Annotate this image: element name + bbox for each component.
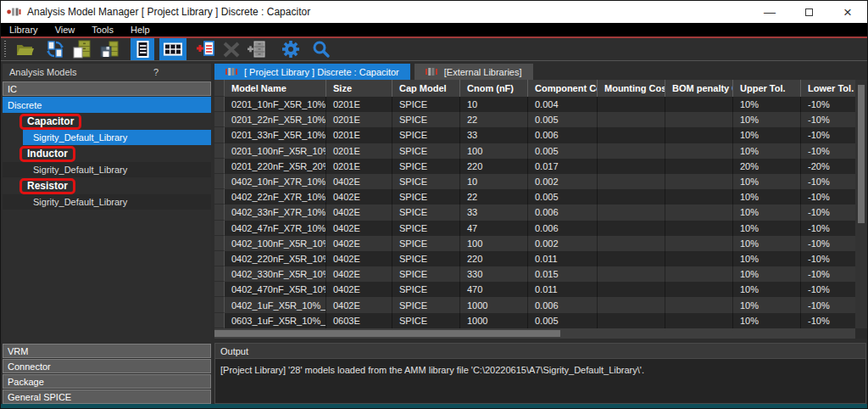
table-body: 0201_10nF_X5R_10%_10V0201ESPICE100.00410… <box>214 97 855 328</box>
settings-button[interactable] <box>278 38 303 60</box>
sidebar-item-general-spice[interactable]: General SPICE <box>3 389 211 404</box>
table-row[interactable]: 0402_470nF_X5R_10%_6.3V0402ESPICE4700.01… <box>214 282 855 297</box>
tree-item-resistor[interactable]: Resistor <box>3 177 211 194</box>
sidebar-item-package[interactable]: Package <box>3 374 211 389</box>
close-button[interactable]: × <box>828 1 867 23</box>
column-header-bom-penalty[interactable]: BOM penalty Co: <box>665 80 733 97</box>
menu-library[interactable]: Library <box>9 25 38 35</box>
help-icon[interactable]: ? <box>153 67 159 77</box>
vertical-scrollbar-thumb[interactable] <box>858 85 865 223</box>
table-row[interactable]: 0402_330nF_X5R_10%_10V0402ESPICE3300.015… <box>214 266 855 282</box>
tab-external-libraries[interactable]: [External Libraries] <box>415 64 533 80</box>
table-cell <box>598 221 665 236</box>
maximize-button[interactable] <box>789 1 828 23</box>
table-cell: 0603E <box>326 313 392 328</box>
table-cell: -10% <box>801 266 855 282</box>
delete-x-icon <box>221 39 242 59</box>
table-cell: 22 <box>460 189 528 204</box>
reload-models-button[interactable] <box>42 38 68 60</box>
table-row[interactable]: 0201_22nF_X5R_10%_6.3V0201ESPICE220.0051… <box>214 112 855 127</box>
column-header-cap-model[interactable]: Cap Model <box>392 80 460 97</box>
table-cell: -20% <box>801 159 855 174</box>
table-cell: 0201E <box>326 159 392 174</box>
sidebar-item-vrm[interactable]: VRM <box>3 344 211 358</box>
list-view-button[interactable] <box>131 38 154 60</box>
sidebar-item-discrete[interactable]: Discrete <box>3 97 211 113</box>
column-header-upper-tol[interactable]: Upper Tol. <box>733 80 801 97</box>
table-cell: 10% <box>733 112 801 127</box>
table-row[interactable]: 0402_22nF_X7R_10%_50V0402ESPICE220.00510… <box>214 189 855 204</box>
table-row[interactable]: 0603_1uF_X5R_10%_10V0603ESPICE10000.0051… <box>214 313 855 328</box>
table-row[interactable]: 0402_220nF_X5R_10%_6.3V0402ESPICE2200.01… <box>214 251 855 266</box>
open-library-button[interactable] <box>12 38 37 60</box>
table-cell: 0.005 <box>528 313 598 328</box>
content-area: Analysis Models ? IC Discrete Capacitor … <box>1 61 867 404</box>
table-cell: 0402E <box>326 174 392 189</box>
table-row[interactable]: 0402_10nF_X7R_10%_25V0402ESPICE100.00210… <box>214 174 855 189</box>
row-header <box>214 297 225 312</box>
sidebar-item-label: Connector <box>8 361 51 372</box>
column-header-model-name[interactable]: Model Name <box>225 80 326 97</box>
column-header-lower-tol[interactable]: Lower Tol. <box>801 80 855 97</box>
table-row[interactable]: 0402_100nF_X5R_10%_10V0402ESPICE1000.002… <box>214 236 855 251</box>
table-cell <box>598 127 665 143</box>
column-header-component-cost[interactable]: Component Cost <box>528 80 598 97</box>
vertical-scrollbar[interactable] <box>855 80 867 328</box>
sidebar-item-connector[interactable]: Connector <box>3 359 211 373</box>
table-row[interactable]: 0402_33nF_X7R_10%_10V0402ESPICE330.00610… <box>214 204 855 220</box>
table-cell: 0.006 <box>528 297 598 312</box>
table-cell: -10% <box>801 97 855 112</box>
table-row[interactable]: 0201_100nF_X5R_10%_6.3V0201ESPICE1000.00… <box>214 143 855 159</box>
column-header-cnom[interactable]: Cnom (nF) <box>460 80 528 97</box>
table-row[interactable]: 0402_47nF_X7R_10%_25V0402ESPICE470.00610… <box>214 221 855 236</box>
row-header <box>214 112 225 127</box>
tab-project-library[interactable]: [ Project Library ] Discrete : Capacitor <box>214 64 410 80</box>
table-cell: 0.005 <box>528 112 598 127</box>
delete-model-button[interactable] <box>219 38 244 60</box>
menu-view[interactable]: View <box>55 25 75 35</box>
table-row[interactable]: 0201_33nF_X5R_10%_6.3V0201ESPICE330.0061… <box>214 127 855 143</box>
row-header <box>214 236 225 251</box>
table-cell: -10% <box>801 251 855 266</box>
table-cell <box>665 174 733 189</box>
minimize-button[interactable]: — <box>750 1 789 23</box>
sidebar-item-ic[interactable]: IC <box>3 81 211 96</box>
tree-item-inductor[interactable]: Inductor <box>3 145 211 162</box>
search-button[interactable] <box>309 38 334 60</box>
column-header-size[interactable]: Size <box>326 80 392 97</box>
menu-tools[interactable]: Tools <box>92 25 114 35</box>
sidebar: Analysis Models ? IC Discrete Capacitor … <box>3 64 211 404</box>
table-cell: 10% <box>733 189 801 204</box>
table-cell: SPICE <box>392 282 460 297</box>
model-table: Model Name Size Cap Model Cnom (nF) Comp… <box>214 80 866 339</box>
horizontal-scrollbar[interactable] <box>214 328 855 339</box>
table-row[interactable]: 0402_1uF_X5R_10%_6.3V0402ESPICE10000.006… <box>214 297 855 312</box>
column-header-mounting-cost[interactable]: Mounting Cost <box>598 80 665 97</box>
table-cell: 10% <box>733 282 801 297</box>
main-panel: [ Project Library ] Discrete : Capacitor… <box>214 64 866 404</box>
table-cell <box>598 266 665 282</box>
grid-view-button[interactable] <box>159 38 186 60</box>
table-cell: SPICE <box>392 297 460 312</box>
add-model-button[interactable] <box>193 38 219 60</box>
toolbar-drag-handle[interactable] <box>3 41 7 58</box>
menu-help[interactable]: Help <box>131 25 150 35</box>
table-cell <box>665 143 733 159</box>
tree-item-resistor-library[interactable]: Sigrity_Default_Library <box>3 194 211 210</box>
tree-item-capacitor[interactable]: Capacitor <box>3 113 211 130</box>
horizontal-scrollbar-thumb[interactable] <box>214 330 560 337</box>
table-cell <box>665 97 733 112</box>
add-library-button[interactable] <box>244 38 270 60</box>
save-library-button[interactable] <box>97 38 122 60</box>
table-row[interactable]: 0201_220nF_X5R_20%_4V0201ESPICE2200.0172… <box>214 159 855 174</box>
table-cell: 10% <box>733 221 801 236</box>
tree-item-label: Sigrity_Default_Library <box>33 165 127 175</box>
tree-item-label: Sigrity_Default_Library <box>33 197 127 207</box>
sidebar-title: Analysis Models <box>9 67 76 77</box>
tree-item-capacitor-library[interactable]: Sigrity_Default_Library <box>23 130 211 145</box>
table-row[interactable]: 0201_10nF_X5R_10%_10V0201ESPICE100.00410… <box>214 97 855 112</box>
tab-label: [ Project Library ] Discrete : Capacitor <box>244 67 399 77</box>
export-library-button[interactable] <box>70 38 95 60</box>
tree-item-inductor-library[interactable]: Sigrity_Default_Library <box>3 162 211 177</box>
add-cabinet-disabled-icon <box>247 39 267 59</box>
